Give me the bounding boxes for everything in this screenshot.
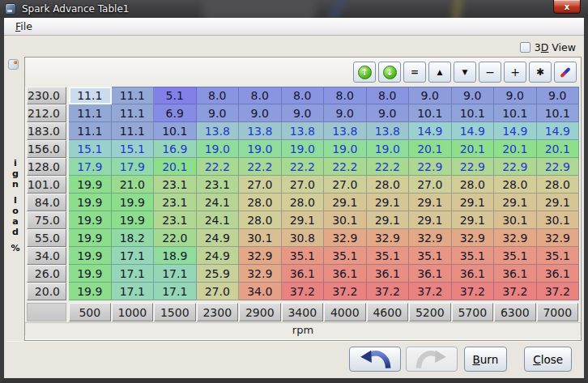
increase-coarse-button[interactable]: ▲ — [428, 62, 451, 83]
table-cell[interactable]: 30.8 — [282, 229, 325, 247]
table-cell[interactable]: 29.1 — [367, 211, 410, 229]
table-cell[interactable]: 29.1 — [409, 194, 452, 211]
table-cell[interactable]: 20.1 — [452, 140, 495, 158]
row-header-cell[interactable]: 183.0 — [27, 122, 66, 140]
scale-down-button[interactable]: ↓ — [378, 62, 401, 83]
table-cell[interactable]: 10.1 — [154, 122, 197, 140]
table-cell[interactable]: 37.2 — [452, 283, 495, 300]
table-cell[interactable]: 10.1 — [537, 104, 580, 122]
table-cell[interactable]: 32.9 — [324, 229, 367, 247]
table-cell[interactable]: 29.1 — [367, 194, 410, 211]
table-cell[interactable]: 22.9 — [494, 158, 537, 176]
table-cell[interactable]: 37.2 — [409, 283, 452, 300]
table-cell[interactable]: 28.0 — [452, 176, 495, 194]
table-cell[interactable]: 28.0 — [282, 194, 325, 211]
row-header-cell[interactable]: 230.0 — [27, 87, 66, 104]
table-cell[interactable]: 18.9 — [154, 247, 197, 265]
set-equal-button[interactable]: = — [403, 62, 426, 83]
table-cell[interactable]: 27.0 — [409, 176, 452, 194]
table-cell[interactable]: 14.9 — [409, 122, 452, 140]
edit-pencil-button[interactable] — [554, 62, 577, 83]
table-cell[interactable]: 30.1 — [537, 211, 580, 229]
table-cell[interactable]: 19.9 — [69, 247, 112, 265]
table-cell[interactable]: 37.2 — [282, 283, 325, 300]
decrease-button[interactable]: − — [479, 62, 501, 83]
table-cell[interactable]: 20.1 — [154, 158, 197, 176]
table-cell[interactable]: 14.9 — [452, 122, 495, 140]
table-cell[interactable]: 27.0 — [239, 176, 282, 194]
table-cell[interactable]: 19.9 — [69, 176, 112, 194]
table-cell[interactable]: 23.1 — [197, 176, 240, 194]
table-cell[interactable]: 22.9 — [452, 158, 495, 176]
table-cell[interactable]: 23.1 — [154, 211, 197, 229]
column-header-cell[interactable]: 2900 — [239, 303, 281, 321]
table-cell[interactable]: 13.8 — [324, 122, 367, 140]
increase-button[interactable]: + — [504, 62, 526, 83]
table-cell[interactable]: 23.1 — [154, 176, 197, 194]
row-header-cell[interactable]: 55.0 — [27, 229, 66, 247]
table-cell[interactable]: 34.0 — [239, 283, 282, 300]
column-header-cell[interactable]: 2300 — [197, 303, 239, 321]
table-cell[interactable]: 22.9 — [537, 158, 580, 176]
table-cell[interactable]: 36.1 — [537, 265, 580, 283]
table-cell[interactable]: 37.2 — [537, 283, 580, 300]
table-cell[interactable]: 35.1 — [494, 247, 537, 265]
window-close-button[interactable]: x — [553, 0, 581, 14]
table-cell[interactable]: 8.0 — [282, 87, 325, 104]
table-cell[interactable]: 27.0 — [197, 283, 240, 300]
table-cell[interactable]: 22.2 — [282, 158, 325, 176]
table-cell[interactable]: 32.9 — [239, 247, 282, 265]
table-cell[interactable]: 19.9 — [112, 194, 155, 211]
title-bar[interactable]: Spark Advance Table1 x — [0, 0, 588, 18]
table-cell[interactable]: 22.9 — [409, 158, 452, 176]
table-cell[interactable]: 29.1 — [494, 194, 537, 211]
table-cell[interactable]: 6.9 — [154, 104, 197, 122]
table-cell[interactable]: 19.9 — [69, 211, 112, 229]
table-cell[interactable]: 14.9 — [494, 122, 537, 140]
table-cell[interactable]: 22.2 — [239, 158, 282, 176]
table-cell[interactable]: 17.9 — [112, 158, 155, 176]
table-cell[interactable]: 8.0 — [367, 87, 410, 104]
table-cell[interactable]: 36.1 — [452, 265, 495, 283]
row-header-cell[interactable]: 84.0 — [27, 194, 66, 211]
table-cell[interactable]: 15.1 — [112, 140, 155, 158]
table-cell[interactable]: 10.1 — [494, 104, 537, 122]
table-cell[interactable]: 11.1 — [112, 104, 155, 122]
table-cell[interactable]: 9.0 — [452, 87, 495, 104]
table-cell[interactable]: 9.0 — [239, 104, 282, 122]
table-cell[interactable]: 5.1 — [154, 87, 197, 104]
table-cell[interactable]: 19.0 — [324, 140, 367, 158]
table-cell[interactable]: 22.2 — [367, 158, 410, 176]
table-cell[interactable]: 35.1 — [537, 247, 580, 265]
table-cell[interactable]: 25.9 — [197, 265, 240, 283]
table-cell[interactable]: 8.0 — [239, 87, 282, 104]
row-header-cell[interactable]: 128.0 — [27, 158, 66, 176]
table-cell[interactable]: 17.1 — [112, 247, 155, 265]
column-header-cell[interactable]: 3400 — [282, 303, 324, 321]
table-cell[interactable]: 9.0 — [367, 104, 410, 122]
table-cell[interactable]: 28.0 — [239, 211, 282, 229]
table-cell[interactable]: 27.0 — [324, 176, 367, 194]
table-cell[interactable]: 13.8 — [197, 122, 240, 140]
table-cell[interactable]: 10.1 — [452, 104, 495, 122]
table-cell[interactable]: 15.1 — [69, 140, 112, 158]
column-header-cell[interactable]: 5200 — [409, 303, 451, 321]
column-header-cell[interactable]: 4600 — [367, 303, 409, 321]
table-cell[interactable]: 16.9 — [154, 140, 197, 158]
table-cell[interactable]: 35.1 — [409, 247, 452, 265]
column-header-cell[interactable]: 4000 — [324, 303, 366, 321]
table-cell[interactable]: 9.0 — [197, 104, 240, 122]
table-cell[interactable]: 21.0 — [112, 176, 155, 194]
table-cell[interactable]: 36.1 — [282, 265, 325, 283]
table-cell[interactable]: 35.1 — [367, 247, 410, 265]
table-cell[interactable]: 36.1 — [409, 265, 452, 283]
table-cell[interactable]: 29.1 — [452, 211, 495, 229]
row-header-cell[interactable]: 20.0 — [27, 283, 66, 300]
table-cell[interactable]: 28.0 — [239, 194, 282, 211]
close-button[interactable]: Close — [524, 347, 572, 372]
table-cell[interactable]: 36.1 — [367, 265, 410, 283]
table-cell[interactable]: 29.1 — [282, 211, 325, 229]
table-cell[interactable]: 20.1 — [409, 140, 452, 158]
table-cell[interactable]: 32.9 — [494, 229, 537, 247]
table-cell[interactable]: 13.8 — [239, 122, 282, 140]
